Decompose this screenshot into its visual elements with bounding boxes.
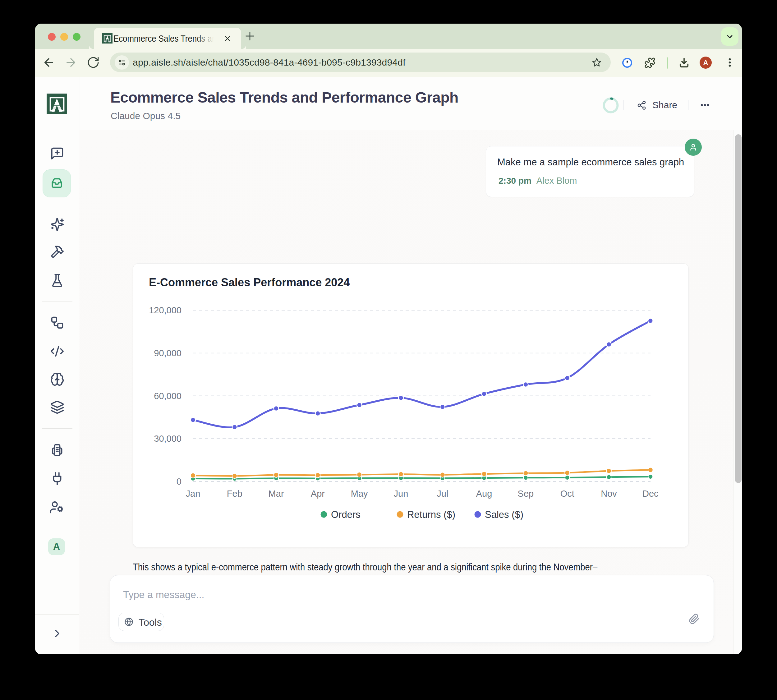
svg-text:Apr: Apr: [311, 488, 325, 498]
svg-text:Sep: Sep: [518, 488, 534, 498]
svg-text:30,000: 30,000: [154, 433, 182, 443]
svg-text:Mar: Mar: [268, 488, 284, 498]
svg-text:60,000: 60,000: [154, 391, 182, 401]
svg-text:Feb: Feb: [227, 488, 242, 498]
svg-text:Jun: Jun: [394, 488, 409, 498]
svg-text:Dec: Dec: [642, 488, 659, 498]
svg-text:90,000: 90,000: [154, 348, 182, 358]
svg-text:May: May: [351, 488, 368, 498]
svg-text:Returns ($): Returns ($): [407, 509, 455, 520]
svg-text:Oct: Oct: [560, 488, 574, 498]
svg-text:0: 0: [177, 477, 182, 487]
svg-text:Jan: Jan: [186, 488, 200, 498]
svg-text:Orders: Orders: [331, 509, 360, 520]
svg-text:Aug: Aug: [476, 488, 492, 498]
svg-text:Sales ($): Sales ($): [485, 509, 524, 520]
svg-text:Nov: Nov: [601, 488, 617, 498]
svg-text:120,000: 120,000: [149, 305, 182, 315]
svg-text:Jul: Jul: [437, 488, 448, 498]
